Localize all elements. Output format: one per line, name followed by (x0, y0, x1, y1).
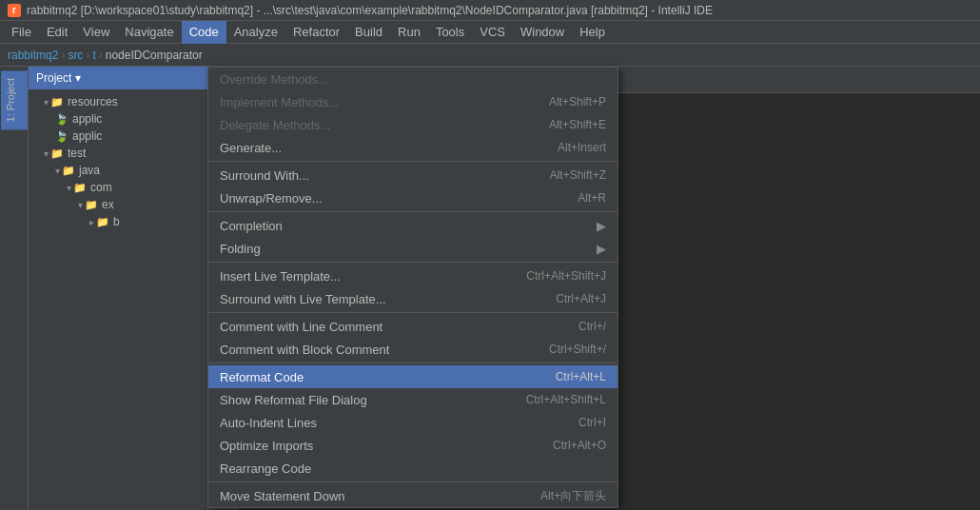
menu-item-surround-live-template[interactable]: Surround with Live Template... Ctrl+Alt+… (208, 287, 617, 310)
menu-section-reformat: Reformat Code Ctrl+Alt+L Show Reformat F… (208, 365, 617, 480)
menu-item-label: Generate... (220, 141, 539, 155)
menu-navigate[interactable]: Navigate (117, 21, 181, 44)
tree-item-com[interactable]: ▾ 📁 com (29, 179, 237, 196)
menu-item-label: Delegate Methods... (220, 118, 530, 132)
menu-section-move: Move Statement Down Alt+向下箭头 (208, 484, 617, 507)
breadcrumb-part4[interactable]: nodeIDComparator (106, 49, 203, 62)
menu-item-comment-block[interactable]: Comment with Block Comment Ctrl+Shift+/ (208, 338, 617, 361)
breadcrumb-part3[interactable]: t (92, 49, 95, 62)
menu-item-show-reformat[interactable]: Show Reformat File Dialog Ctrl+Alt+Shift… (208, 388, 617, 411)
tree-item-b[interactable]: ▸ 📁 b (29, 213, 237, 230)
menu-item-delegate-methods[interactable]: Delegate Methods... Alt+Shift+E (208, 113, 617, 136)
menu-item-optimize-imports[interactable]: Optimize Imports Ctrl+Alt+O (208, 434, 617, 457)
menu-item-rearrange-code[interactable]: Rearrange Code (208, 457, 617, 480)
menu-code[interactable]: Code (182, 21, 226, 44)
menu-item-shortcut: Alt+Shift+P (549, 95, 606, 108)
menu-item-label: Surround With... (220, 168, 531, 183)
menu-item-shortcut: Ctrl+Alt+J (556, 292, 606, 305)
menu-item-shortcut: Alt+Shift+Z (550, 168, 606, 182)
menu-item-folding[interactable]: Folding ▶ (208, 237, 617, 260)
menu-item-label: Auto-Indent Lines (220, 416, 559, 430)
tree-item-java[interactable]: ▾ 📁 java (29, 162, 237, 179)
menu-section-live-templates: Insert Live Template... Ctrl+Alt+Shift+J… (208, 265, 617, 310)
chevron-down-icon: ▾ (55, 166, 60, 176)
menu-item-completion[interactable]: Completion ▶ (208, 214, 617, 237)
window-title: rabbitmq2 [D:\workspace01\study\rabbitmq… (27, 4, 713, 17)
menu-separator (208, 481, 617, 482)
menu-file[interactable]: File (4, 21, 39, 44)
breadcrumb-part2[interactable]: src (68, 49, 83, 62)
menu-item-label: Show Reformat File Dialog (220, 393, 507, 407)
menu-item-surround-with[interactable]: Surround With... Alt+Shift+Z (208, 164, 617, 186)
folder-icon: 📁 (50, 147, 64, 160)
menu-separator (208, 312, 617, 313)
tree-item-test[interactable]: ▾ 📁 test (29, 145, 237, 162)
menu-help[interactable]: Help (572, 21, 613, 44)
menu-item-label: Unwrap/Remove... (220, 191, 559, 206)
breadcrumb-part1[interactable]: rabbitmq2 (8, 49, 58, 62)
menu-item-auto-indent[interactable]: Auto-Indent Lines Ctrl+I (208, 411, 617, 434)
menu-tools[interactable]: Tools (428, 21, 472, 44)
menu-item-shortcut: Ctrl+Shift+/ (549, 343, 606, 356)
menu-item-comment-line[interactable]: Comment with Line Comment Ctrl+/ (208, 315, 617, 338)
menu-analyze[interactable]: Analyze (226, 21, 285, 44)
menu-bar: File Edit View Navigate Code Analyze Ref… (0, 21, 980, 44)
menu-item-shortcut: Alt+Shift+E (549, 118, 606, 131)
sidebar-tab-project[interactable]: 1: Project (1, 70, 28, 129)
chevron-right-icon: ▸ (89, 217, 94, 227)
folder-icon: 📁 (85, 199, 98, 211)
menu-window[interactable]: Window (513, 21, 572, 44)
menu-separator (208, 262, 617, 263)
menu-item-label: Completion (220, 219, 593, 233)
menu-item-shortcut: Ctrl+Alt+Shift+L (526, 393, 606, 406)
menu-item-label: Rearrange Code (220, 461, 587, 476)
menu-vcs[interactable]: VCS (472, 21, 513, 44)
breadcrumb: rabbitmq2 › src › t › nodeIDComparator (0, 44, 980, 67)
menu-item-label: Implement Methods... (220, 95, 530, 109)
menu-item-label: Reformat Code (220, 370, 537, 384)
code-dropdown-menu[interactable]: Override Methods... Implement Methods...… (207, 67, 618, 508)
menu-item-label: Insert Live Template... (220, 269, 507, 284)
tree-label: com (90, 181, 112, 194)
menu-item-shortcut: Alt+R (578, 191, 606, 205)
menu-edit[interactable]: Edit (39, 21, 75, 44)
folder-icon: 📁 (73, 182, 87, 194)
tree-label: applic (72, 112, 102, 126)
menu-item-insert-live-template[interactable]: Insert Live Template... Ctrl+Alt+Shift+J (208, 265, 617, 287)
menu-section-comments: Comment with Line Comment Ctrl+/ Comment… (208, 315, 617, 361)
project-panel-title: Project ▾ (36, 71, 81, 85)
menu-item-implement-methods[interactable]: Implement Methods... Alt+Shift+P (208, 90, 617, 113)
tree-label: resources (68, 95, 118, 108)
arrow-right-icon: ▶ (597, 242, 606, 256)
chevron-down-icon: ▾ (44, 148, 49, 159)
tree-item-applic1[interactable]: 🍃 applic (29, 110, 237, 128)
menu-item-label: Comment with Line Comment (220, 320, 559, 334)
folder-icon: 📁 (96, 216, 109, 228)
menu-item-move-statement-down[interactable]: Move Statement Down Alt+向下箭头 (208, 484, 617, 507)
menu-item-shortcut: Ctrl+Alt+O (553, 439, 606, 452)
folder-icon: 📁 (50, 96, 64, 108)
tree-item-applic2[interactable]: 🍃 applic (29, 128, 237, 145)
leaf-icon: 🍃 (55, 113, 69, 126)
menu-refactor[interactable]: Refactor (285, 21, 347, 44)
folder-icon: 📁 (62, 165, 75, 177)
tree-item-ex[interactable]: ▾ 📁 ex (29, 196, 237, 213)
menu-build[interactable]: Build (347, 21, 390, 44)
chevron-down-icon: ▾ (78, 200, 83, 210)
menu-section-surround: Surround With... Alt+Shift+Z Unwrap/Remo… (208, 164, 617, 209)
tree-label: java (79, 164, 100, 177)
menu-item-unwrap-remove[interactable]: Unwrap/Remove... Alt+R (208, 186, 617, 209)
menu-view[interactable]: View (75, 21, 117, 44)
arrow-right-icon: ▶ (597, 219, 606, 233)
menu-separator (208, 211, 617, 212)
tree-label: test (68, 147, 86, 160)
menu-item-override-methods[interactable]: Override Methods... (208, 68, 617, 90)
menu-item-shortcut: Ctrl+Alt+L (556, 370, 606, 383)
leaf-icon: 🍃 (55, 130, 69, 143)
menu-separator (208, 161, 617, 162)
tree-item-resources[interactable]: ▾ 📁 resources (29, 93, 237, 110)
menu-item-generate[interactable]: Generate... Alt+Insert (208, 136, 617, 159)
menu-run[interactable]: Run (390, 21, 428, 44)
menu-item-reformat-code[interactable]: Reformat Code Ctrl+Alt+L (208, 365, 617, 388)
menu-item-label: Override Methods... (220, 72, 587, 87)
